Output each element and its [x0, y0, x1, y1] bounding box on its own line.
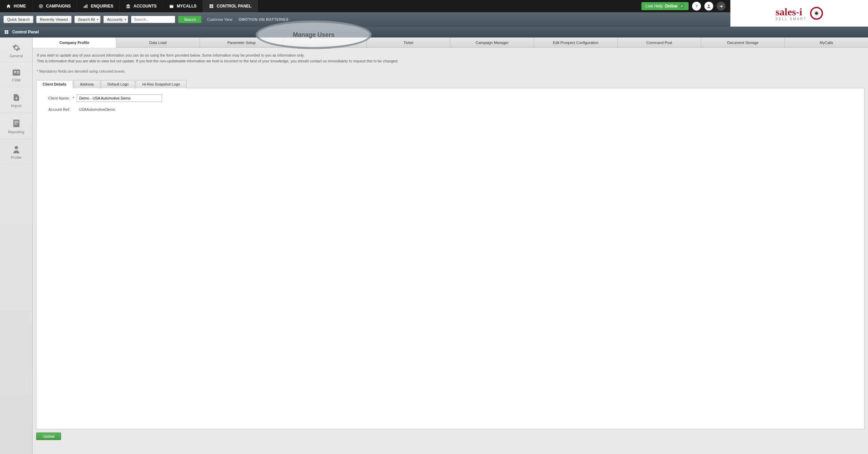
inner-tab-default-logo[interactable]: Default Logo [101, 80, 135, 88]
svg-rect-19 [17, 73, 19, 73]
nav-accounts-label: ACCOUNTS [133, 4, 156, 9]
inner-tab-client-details[interactable]: Client Details [36, 80, 73, 88]
tab-company-profile[interactable]: Company Profile [33, 38, 116, 48]
sidebar-item-label: Reporting [8, 130, 25, 134]
update-button-wrap: Update [36, 433, 865, 440]
svg-rect-13 [7, 30, 9, 32]
search-button-label: Search [184, 17, 196, 21]
live-help-status: Online [665, 4, 677, 9]
client-name-row: Client Name: * [43, 94, 858, 102]
tab-label: Edit Prospect Configuration [553, 41, 599, 45]
sidebar-item-profile[interactable]: Profile [0, 139, 32, 165]
promo-banner: OMOTION ON BATTERIES [239, 17, 289, 21]
sidebar-item-general[interactable]: General [0, 37, 32, 63]
svg-rect-21 [14, 121, 18, 122]
svg-rect-4 [87, 4, 87, 8]
nav-home[interactable]: HOME [0, 0, 32, 12]
nav-accounts[interactable]: ACCOUNTS [120, 0, 163, 12]
arrow-right-icon: ➔ [720, 4, 723, 9]
client-name-input[interactable] [77, 94, 162, 102]
recently-viewed-button[interactable]: Recently Viewed [36, 16, 72, 23]
chevron-down-icon: ▼ [96, 18, 99, 21]
inner-tab-label: Default Logo [107, 82, 129, 86]
info-line2: This is information that you are able to… [37, 58, 864, 64]
tab-label: Campaign Manager [476, 41, 509, 45]
svg-rect-2 [84, 6, 85, 8]
svg-rect-18 [17, 71, 19, 72]
svg-rect-9 [210, 6, 211, 8]
nav-mycalls-label: MYCALLS [177, 4, 196, 9]
client-name-label: Client Name: [43, 96, 70, 100]
svg-point-0 [39, 4, 43, 8]
section-tabs: Company Profile Data Load Parameter Setu… [33, 37, 868, 48]
account-ref-label: Account Ref: [43, 107, 70, 111]
report-icon [13, 119, 20, 128]
tab-command-post[interactable]: Command Post [618, 37, 701, 47]
sidebar-item-import[interactable]: Import [0, 87, 32, 113]
nav-control-panel-label: CONTROL PANEL [216, 4, 251, 9]
tab-campaign-manager[interactable]: Campaign Manager [450, 37, 534, 47]
tab-label: MyCalls [820, 41, 833, 45]
home-icon [6, 4, 11, 9]
tab-label: Ticker [404, 41, 414, 45]
chevron-down-icon: ▼ [124, 18, 126, 21]
sidebar-item-reporting[interactable]: Reporting [0, 113, 32, 139]
update-button[interactable]: Update [36, 433, 61, 440]
tab-ticker[interactable]: Ticker [367, 37, 450, 47]
account-ref-row: Account Ref: USAAutomotiveDemo [43, 107, 858, 111]
user-button[interactable] [704, 2, 713, 11]
tab-parameter-setup[interactable]: Parameter Setup [200, 37, 283, 47]
tab-label: Company Profile [59, 41, 89, 45]
tab-data-load[interactable]: Data Load [116, 37, 200, 47]
customer-view-link[interactable]: Customer View [207, 17, 232, 21]
nav-control-panel[interactable]: CONTROL PANEL [203, 0, 258, 12]
live-help-button[interactable]: Live Help Online ⟳ [641, 2, 689, 10]
nav-enquiries-label: ENQUIRIES [91, 4, 113, 9]
tab-label: Command Post [646, 41, 672, 45]
nav-mycalls[interactable]: MYCALLS [163, 0, 203, 12]
tab-label: Data Load [149, 41, 167, 45]
svg-rect-6 [170, 5, 174, 5]
sidebar-item-crm[interactable]: CRM [0, 63, 32, 87]
card-icon [12, 69, 20, 76]
brand-logo-icon [810, 7, 823, 20]
live-help-indicator-icon: ⟳ [679, 4, 684, 9]
inner-tab-hires-logo[interactable]: Hi-Res Snapshot Logo [136, 80, 186, 88]
svg-rect-7 [210, 4, 211, 6]
info-text: If you wish to update any of your accoun… [33, 48, 868, 77]
logout-button[interactable]: ➔ [717, 2, 725, 11]
calendar-icon [169, 4, 174, 9]
svg-rect-20 [13, 120, 19, 127]
mandatory-note: * Mandatory fields are denoted using col… [37, 69, 864, 74]
search-button[interactable]: Search [178, 16, 201, 23]
tab-manage-users[interactable]: Manage Users [283, 37, 367, 47]
svg-rect-15 [7, 32, 9, 34]
nav-enquiries[interactable]: ENQUIRIES [77, 0, 120, 12]
client-details-panel: Client Name: * Account Ref: USAAutomotiv… [36, 88, 865, 429]
nav-home-label: HOME [14, 4, 26, 9]
section-titlebar: Control Panel [0, 27, 868, 37]
svg-rect-10 [212, 6, 213, 8]
brand-logo-area: sales-i SELL SMART [730, 0, 868, 27]
left-sidebar: General CRM Import Reporting Profile [0, 37, 33, 454]
live-help-prefix: Live Help [646, 4, 663, 9]
chart-icon [83, 4, 88, 9]
search-input[interactable] [131, 16, 175, 23]
nav-campaigns[interactable]: CAMPAIGNS [32, 0, 77, 12]
inner-tab-address[interactable]: Address [74, 80, 100, 88]
search-entity-select[interactable]: Accounts▼ [103, 16, 128, 23]
tab-edit-prospect-config[interactable]: Edit Prospect Configuration [534, 37, 618, 47]
tab-document-storage[interactable]: Document Storage [701, 37, 785, 47]
search-scope-select[interactable]: Search All▼ [74, 16, 101, 23]
sidebar-item-label: Import [11, 104, 21, 108]
svg-point-24 [15, 146, 18, 149]
sidebar-item-label: Profile [11, 155, 21, 160]
help-button[interactable]: ? [692, 2, 701, 11]
info-line1: If you wish to update any of your accoun… [37, 52, 864, 58]
quick-search-button[interactable]: Quick Search [3, 16, 33, 23]
quick-search-label: Quick Search [7, 17, 30, 21]
sidebar-item-label: General [10, 54, 23, 58]
required-marker: * [73, 96, 74, 100]
tab-label: Document Storage [727, 41, 759, 45]
tab-mycalls[interactable]: MyCalls [785, 37, 868, 47]
